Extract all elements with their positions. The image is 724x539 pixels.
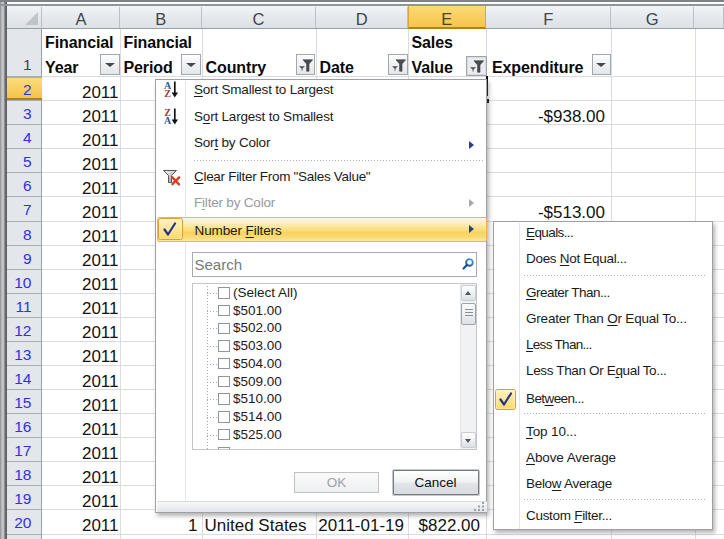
svg-text:A: A [164,115,172,125]
svg-text:Z: Z [164,88,171,98]
